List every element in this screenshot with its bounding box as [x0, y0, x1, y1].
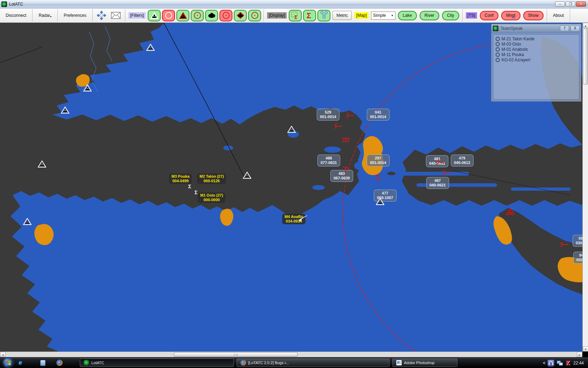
filter-friendly-ship-button[interactable] [205, 10, 218, 21]
controller-code: 004-0499 [172, 179, 189, 183]
filter-friendly-ring-button[interactable] [162, 10, 175, 21]
display-sum-button[interactable]: Σ [303, 10, 316, 21]
tray-expand-chevron[interactable]: < [543, 361, 545, 366]
track-label[interactable]: 488 077-0631 [317, 155, 340, 166]
track-label[interactable]: 529 001-0014 [317, 109, 340, 121]
radar-menu-button[interactable]: Radar▾ [34, 9, 56, 22]
track-label[interactable]: 59 030-0 [573, 235, 582, 247]
track-label[interactable]: 84 030-0 [573, 252, 582, 264]
track-label[interactable]: 487 040-0621 [426, 177, 449, 189]
metric-button[interactable]: Metric [332, 11, 352, 20]
teamspeak-close-button[interactable]: X [570, 26, 580, 31]
filter-hostile-ship-button[interactable] [234, 10, 247, 21]
lotatc-icon [84, 360, 89, 366]
teamspeak-tray-icon[interactable] [547, 360, 554, 367]
teamspeak-member[interactable]: M-21 Talon Karde [494, 36, 578, 41]
hostile-surface-contact[interactable] [560, 241, 569, 250]
display-datalink-button[interactable] [317, 10, 330, 21]
vertical-scroll-thumb[interactable] [583, 28, 588, 84]
lake-toggle-button[interactable]: Lake [398, 11, 417, 20]
radar-map[interactable]: 529 001-0014 041 001-0014 488 077-0631 2… [0, 23, 582, 352]
hostile-surface-contact[interactable] [345, 112, 355, 121]
track-id: 488 [321, 156, 337, 161]
teamspeak-help-button[interactable]: ? [560, 26, 569, 31]
horizontal-scroll-thumb[interactable] [174, 352, 298, 357]
controller-label[interactable]: M1 Oslo (27) 000-0000 [198, 192, 225, 203]
about-button[interactable]: About [549, 9, 568, 22]
preferences-button[interactable]: Preferences [59, 9, 91, 22]
controller-code: 000-0126 [200, 179, 224, 183]
track-label[interactable]: 041 001-0014 [367, 109, 390, 121]
zigzag-contact-icon [442, 169, 451, 176]
hostile-surface-contact[interactable] [442, 169, 451, 178]
friendly-site-symbol[interactable] [61, 107, 69, 115]
firefox-quicklaunch[interactable] [56, 359, 63, 366]
controller-label[interactable]: M2 Talon (27) 000-0126 [197, 173, 226, 184]
hostile-surface-contact[interactable] [334, 123, 343, 131]
hostile-mast-contact[interactable] [374, 175, 382, 184]
controller-label[interactable]: M3 Pouka 004-0499 [169, 173, 192, 184]
scroll-left-button[interactable]: ◄ [0, 352, 6, 357]
display-zone-sum-button[interactable]: Σ [289, 10, 302, 21]
taskbar-button-2[interactable]: [LoTATC 2.0.2] Bugs r... [237, 359, 390, 367]
friendly-site-symbol[interactable] [83, 84, 92, 93]
internet-explorer-quicklaunch[interactable]: e [17, 359, 24, 366]
ts-show-button[interactable]: Show [523, 11, 544, 20]
network-tray-icon[interactable] [556, 360, 564, 367]
scroll-down-button[interactable]: ▼ [583, 346, 588, 352]
ts-conf-button[interactable]: Conf [480, 11, 498, 20]
message-button[interactable] [110, 10, 122, 21]
teamspeak-panel[interactable]: TeamSpeak ? X M-21 Talon Karde M-03 Oslo… [491, 24, 581, 102]
scroll-up-button[interactable]: ▲ [583, 23, 588, 28]
taskbar-clock[interactable]: 22:44 [573, 361, 584, 366]
app-quicklaunch[interactable] [39, 359, 46, 366]
hostile-surface-contact[interactable] [436, 159, 445, 167]
teamspeak-member[interactable]: M-11 Pouka [494, 52, 578, 57]
river-toggle-button[interactable]: River [420, 11, 439, 20]
start-button[interactable] [3, 357, 13, 368]
horizontal-scrollbar[interactable]: ◄ ► [0, 352, 582, 357]
taskbar-button-3[interactable]: Adobe Photoshop [392, 359, 457, 367]
summary-contact[interactable]: Σ [194, 189, 197, 195]
friendly-site-symbol[interactable] [287, 126, 296, 134]
taskbar-button-1[interactable]: LotATC [80, 359, 234, 367]
track-label[interactable]: 479 040-0613 [451, 155, 474, 166]
sigma-icon: Σ [306, 11, 314, 20]
friendly-site-symbol[interactable] [23, 218, 31, 226]
track-label[interactable]: 297 001-0014 [367, 155, 390, 166]
map-style-select[interactable]: Simple ▼ [371, 12, 396, 20]
teamspeak-member[interactable]: KO-02 Azrayen' [494, 57, 578, 62]
teamspeak-member[interactable]: M-01 Anabolic [494, 47, 578, 52]
kaspersky-tray-icon[interactable]: K [566, 360, 570, 366]
teamspeak-titlebar[interactable]: TeamSpeak ? X [491, 24, 581, 33]
friendly-site-symbol[interactable] [376, 198, 384, 206]
friendly-site-symbol[interactable] [243, 172, 251, 180]
filter-hostile-ring-button[interactable] [191, 10, 204, 21]
hostile-site-symbol[interactable] [506, 208, 514, 216]
scroll-right-button[interactable]: ► [577, 352, 582, 357]
vertical-scrollbar[interactable]: ▲ ▼ [582, 23, 588, 352]
track-id: 477 [377, 191, 393, 196]
filter-ring2-button[interactable] [248, 10, 261, 21]
disconnect-button[interactable]: Disconnect [1, 9, 30, 22]
voice-status-icon [496, 42, 500, 46]
maximize-button[interactable]: ❐ [566, 1, 575, 7]
track-altitude-code: 001-0014 [370, 161, 386, 165]
minimize-button[interactable]: – [555, 1, 565, 7]
friendly-site-symbol[interactable] [146, 44, 155, 52]
ts-mngt-button[interactable]: Mngt [501, 11, 520, 20]
summary-contact[interactable]: Σ [188, 183, 191, 189]
hostile-hook-contact[interactable] [341, 166, 349, 177]
hostile-fence-contact[interactable] [341, 136, 350, 144]
red-ring-icon [193, 11, 202, 20]
friendly-aircraft-contact[interactable] [298, 214, 307, 224]
pan-tool-button[interactable] [95, 10, 108, 21]
teamspeak-member[interactable]: M-03 Oslo [494, 41, 578, 47]
voice-status-icon [496, 53, 500, 57]
filter-ship-ring-button[interactable] [219, 10, 232, 21]
filter-friendly-ground-button[interactable] [148, 10, 161, 21]
filter-hostile-ground-button[interactable] [176, 10, 189, 21]
close-button[interactable]: × [576, 1, 586, 7]
friendly-site-symbol[interactable] [38, 161, 46, 169]
city-toggle-button[interactable]: City [442, 11, 459, 20]
